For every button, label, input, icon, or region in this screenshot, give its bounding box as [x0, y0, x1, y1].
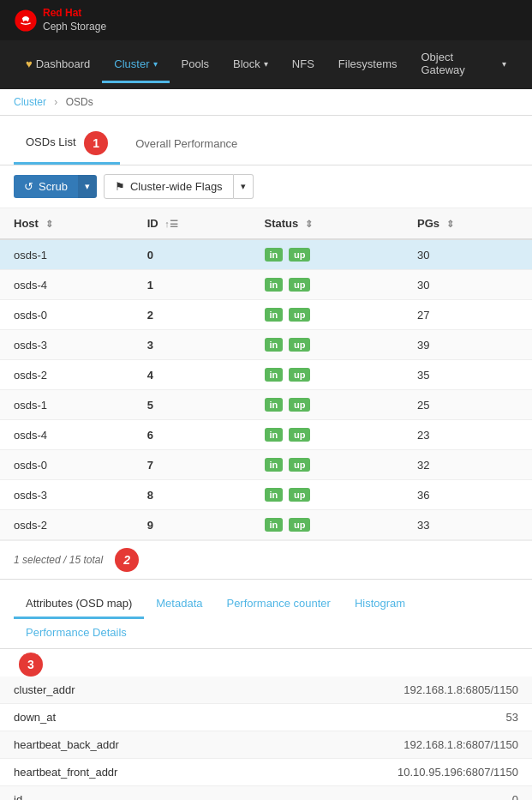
table-row[interactable]: osds-3 8 in up 36 [0, 480, 532, 510]
attributes-table: cluster_addr 192.168.1.8:6805/1150 down_… [0, 677, 532, 800]
cell-id: 6 [134, 420, 251, 450]
nav-bar: ♥ Dashboard Cluster ▾ Pools Block ▾ NFS … [0, 40, 532, 89]
detail-tab-performance-details[interactable]: Performance Details [14, 619, 139, 648]
scrub-dropdown-button[interactable]: ▾ [78, 175, 97, 198]
pgs-sort-icon: ⇕ [446, 219, 454, 229]
status-up-badge: up [289, 368, 310, 382]
cell-status: in up [251, 390, 404, 420]
attr-key: heartbeat_back_addr [0, 731, 266, 759]
table-row[interactable]: osds-2 4 in up 35 [0, 360, 532, 390]
status-up-badge: up [289, 338, 310, 352]
status-up-badge: up [289, 248, 310, 262]
cluster-flags-button[interactable]: ⚑ Cluster-wide Flags [104, 174, 234, 199]
cell-id: 5 [134, 390, 251, 420]
table-row[interactable]: osds-0 7 in up 32 [0, 450, 532, 480]
cell-pgs: 25 [403, 390, 532, 420]
cell-id: 9 [134, 510, 251, 540]
nav-block[interactable]: Block ▾ [221, 47, 280, 83]
cell-pgs: 33 [403, 510, 532, 540]
cell-status: in up [251, 450, 404, 480]
cell-host: osds-3 [0, 330, 134, 360]
attr-value: 53 [266, 704, 533, 731]
cell-id: 1 [134, 270, 251, 300]
table-row[interactable]: osds-1 0 in up 30 [0, 239, 532, 270]
detail-tab-metadata[interactable]: Metadata [144, 590, 214, 619]
detail-tab-attributes-(osd-map)[interactable]: Attributes (OSD map) [14, 590, 144, 619]
cell-id: 3 [134, 330, 251, 360]
detail-tab-histogram[interactable]: Histogram [343, 590, 417, 619]
cell-pgs: 32 [403, 450, 532, 480]
cell-id: 7 [134, 450, 251, 480]
attr-key: id [0, 786, 266, 800]
nav-object-gateway[interactable]: Object Gateway ▾ [409, 40, 518, 89]
nav-pools[interactable]: Pools [170, 47, 222, 83]
cell-status: in up [251, 330, 404, 360]
status-in-badge: in [265, 458, 284, 472]
table-row[interactable]: osds-2 9 in up 33 [0, 510, 532, 540]
nav-nfs[interactable]: NFS [280, 47, 326, 83]
col-host[interactable]: Host ⇕ [0, 208, 134, 239]
table-row[interactable]: osds-4 1 in up 30 [0, 270, 532, 300]
attr-key: cluster_addr [0, 677, 266, 704]
table-selection-count: 1 selected / 15 total [14, 554, 103, 566]
attr-row: heartbeat_back_addr 192.168.1.8:6807/115… [0, 731, 532, 759]
annotation-circle-3: 3 [19, 653, 43, 677]
cell-host: osds-4 [0, 420, 134, 450]
col-id[interactable]: ID ↑☰ [134, 208, 251, 239]
flags-dropdown-button[interactable]: ▾ [234, 174, 254, 199]
table-row[interactable]: osds-0 2 in up 27 [0, 300, 532, 330]
cell-host: osds-1 [0, 390, 134, 420]
cell-status: in up [251, 480, 404, 510]
cell-status: in up [251, 300, 404, 330]
block-caret-icon: ▾ [264, 59, 268, 69]
attr-row: down_at 53 [0, 704, 532, 731]
main-content: OSDs List 1 Overall Performance ↺ Scrub … [0, 116, 532, 800]
annotation-circle-1: 1 [84, 131, 108, 155]
status-sort-icon: ⇕ [305, 219, 313, 229]
detail-tab-performance-counter[interactable]: Performance counter [214, 590, 342, 619]
attr-row: heartbeat_front_addr 10.10.95.196:6807/1… [0, 759, 532, 786]
top-header: Red Hat Ceph Storage [0, 0, 532, 40]
cell-pgs: 30 [403, 239, 532, 270]
table-row[interactable]: osds-1 5 in up 25 [0, 390, 532, 420]
status-up-badge: up [289, 428, 310, 442]
tab-overall-performance[interactable]: Overall Performance [123, 130, 249, 159]
status-in-badge: in [265, 248, 284, 262]
cell-host: osds-3 [0, 480, 134, 510]
status-in-badge: in [265, 518, 284, 532]
attr-row: cluster_addr 192.168.1.8:6805/1150 [0, 677, 532, 704]
status-in-badge: in [265, 338, 284, 352]
status-up-badge: up [289, 458, 310, 472]
cell-host: osds-1 [0, 239, 134, 270]
flags-icon: ⚑ [115, 180, 125, 193]
status-in-badge: in [265, 428, 284, 442]
col-pgs[interactable]: PGs ⇕ [403, 208, 532, 239]
status-in-badge: in [265, 398, 284, 412]
table-row[interactable]: osds-4 6 in up 23 [0, 420, 532, 450]
nav-filesystems[interactable]: Filesystems [326, 47, 409, 83]
col-status[interactable]: Status ⇕ [251, 208, 404, 239]
table-row[interactable]: osds-3 3 in up 39 [0, 330, 532, 360]
scrub-button[interactable]: ↺ Scrub [14, 175, 78, 198]
status-up-badge: up [289, 488, 310, 502]
cell-status: in up [251, 510, 404, 540]
cell-host: osds-2 [0, 510, 134, 540]
status-in-badge: in [265, 278, 284, 292]
status-in-badge: in [265, 308, 284, 322]
annotation-area-3: 3 [0, 649, 532, 677]
main-tabs-container: OSDs List 1 Overall Performance [0, 116, 532, 165]
breadcrumb-cluster[interactable]: Cluster [14, 96, 46, 108]
attr-key: down_at [0, 704, 266, 731]
cell-id: 8 [134, 480, 251, 510]
cell-pgs: 30 [403, 270, 532, 300]
tab-osds-list[interactable]: OSDs List 1 [14, 124, 120, 165]
osds-table: Host ⇕ ID ↑☰ Status ⇕ PGs ⇕ [0, 208, 532, 540]
cell-status: in up [251, 270, 404, 300]
status-in-badge: in [265, 368, 284, 382]
cell-pgs: 35 [403, 360, 532, 390]
cell-host: osds-0 [0, 300, 134, 330]
nav-cluster[interactable]: Cluster ▾ [102, 47, 169, 83]
nav-dashboard[interactable]: ♥ Dashboard [14, 47, 102, 83]
logo-area: Red Hat Ceph Storage [14, 7, 106, 33]
toolbar: ↺ Scrub ▾ ⚑ Cluster-wide Flags ▾ [0, 165, 532, 208]
